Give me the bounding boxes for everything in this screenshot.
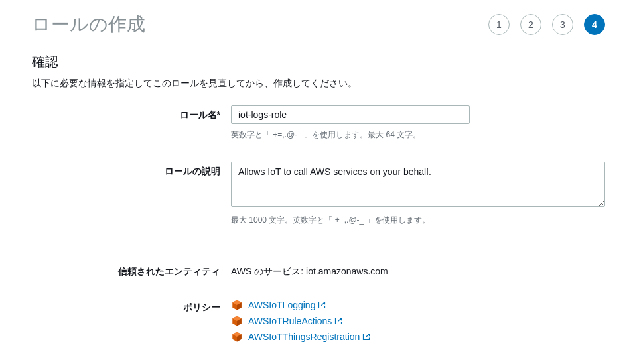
wizard-steps: 1 2 3 4 (488, 14, 605, 35)
section-title: 確認 (32, 53, 605, 71)
step-3[interactable]: 3 (552, 14, 573, 35)
step-1[interactable]: 1 (488, 14, 510, 35)
external-link-icon (362, 333, 370, 341)
policies-label: ポリシー (32, 298, 231, 314)
policy-name: AWSIoTLogging (248, 300, 315, 310)
policy-cube-icon (231, 315, 243, 327)
section-description: 以下に必要な情報を指定してこのロールを見直してから、作成してください。 (32, 78, 605, 90)
step-2[interactable]: 2 (520, 14, 541, 35)
step-4[interactable]: 4 (584, 14, 605, 35)
policy-link[interactable]: AWSIoTThingsRegistration (248, 332, 370, 342)
trusted-entities-value: AWS のサービス: iot.amazonaws.com (231, 262, 510, 278)
external-link-icon (334, 317, 342, 325)
page-title: ロールの作成 (32, 12, 145, 37)
trusted-entities-label: 信頼されたエンティティ (32, 262, 231, 278)
policy-name: AWSIoTThingsRegistration (248, 332, 360, 342)
role-name-label: ロール名* (32, 105, 231, 121)
role-description-hint: 最大 1000 文字。英数字と「 +=,.@-_ 」を使用します。 (231, 215, 605, 226)
role-name-input[interactable] (231, 105, 470, 124)
role-description-input[interactable]: Allows IoT to call AWS services on your … (231, 162, 605, 207)
policy-item: AWSIoTLogging (231, 299, 510, 311)
policy-cube-icon (231, 331, 243, 343)
external-link-icon (318, 301, 326, 309)
policy-item: AWSIoTThingsRegistration (231, 331, 510, 343)
policy-link[interactable]: AWSIoTRuleActions (248, 316, 342, 326)
policy-name: AWSIoTRuleActions (248, 316, 332, 326)
role-description-label: ロールの説明 (32, 162, 231, 178)
role-name-hint: 英数字と「 +=,.@-_ 」を使用します。最大 64 文字。 (231, 129, 510, 141)
policy-item: AWSIoTRuleActions (231, 315, 510, 327)
policy-link[interactable]: AWSIoTLogging (248, 300, 326, 310)
policy-cube-icon (231, 299, 243, 311)
policy-list: AWSIoTLogging AWSIoTRuleActions AWSIoTTh… (231, 298, 510, 343)
